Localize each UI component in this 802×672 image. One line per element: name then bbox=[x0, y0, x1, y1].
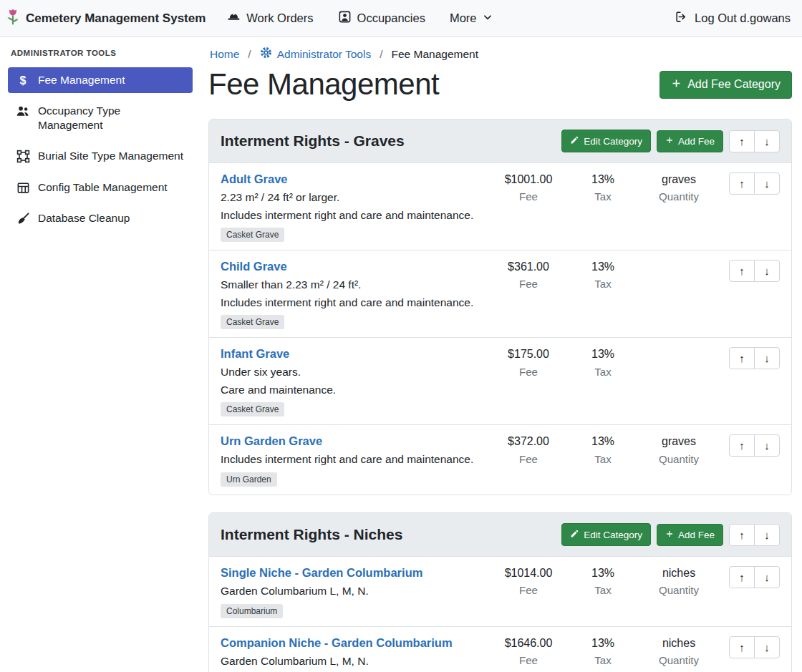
fee-quantity: graves bbox=[639, 172, 719, 186]
fee-name-link[interactable]: Adult Grave bbox=[221, 172, 288, 186]
move-fee-down-button[interactable]: ↓ bbox=[754, 260, 780, 282]
fee-row: Single Niche - Garden Columbarium Garden… bbox=[209, 557, 791, 626]
plus-icon bbox=[665, 136, 674, 147]
fee-type-badge: Casket Grave bbox=[221, 228, 284, 242]
move-fee-down-button[interactable]: ↓ bbox=[754, 636, 780, 658]
fee-amount-label: Fee bbox=[490, 454, 567, 466]
fee-quantity-column: graves Quantity bbox=[639, 172, 719, 203]
move-category-up-button[interactable]: ↑ bbox=[729, 130, 755, 152]
category-card-graves: Interment Rights - Graves Edit Category … bbox=[208, 119, 792, 495]
logout-label: Log Out d.gowans bbox=[695, 11, 791, 25]
breadcrumb-home-link[interactable]: Home bbox=[210, 48, 239, 61]
add-fee-button[interactable]: Add Fee bbox=[657, 524, 723, 546]
sidebar-item-label: Database Cleanup bbox=[38, 211, 130, 225]
nav-work-orders-label: Work Orders bbox=[246, 11, 313, 25]
fee-name-link[interactable]: Child Grave bbox=[221, 260, 287, 273]
nav-work-orders[interactable]: Work Orders bbox=[227, 10, 313, 26]
fee-tax-label: Tax bbox=[567, 191, 639, 203]
add-fee-category-button[interactable]: Add Fee Category bbox=[660, 71, 792, 99]
fee-reorder-group: ↑ ↓ bbox=[729, 566, 780, 588]
fee-tax-column: 13% Tax bbox=[567, 434, 639, 465]
sidebar-item-burial-site-type-management[interactable]: Burial Site Type Management bbox=[8, 143, 193, 169]
move-fee-up-button[interactable]: ↑ bbox=[729, 434, 755, 457]
breadcrumb-separator: / bbox=[248, 48, 251, 61]
nav-occupancies-label: Occupancies bbox=[357, 11, 425, 25]
fee-details: Companion Niche - Garden Columbarium Gar… bbox=[221, 636, 490, 672]
nav-occupancies[interactable]: Occupancies bbox=[338, 10, 425, 26]
fee-amount-column: $361.00 Fee bbox=[490, 260, 567, 291]
fee-amount-label: Fee bbox=[490, 585, 567, 597]
fee-description: Care and maintenance. bbox=[221, 384, 483, 397]
edit-category-button[interactable]: Edit Category bbox=[561, 130, 651, 152]
fee-tax-column: 13% Tax bbox=[567, 566, 639, 597]
fee-tax-column: 13% Tax bbox=[567, 260, 639, 291]
sidebar-heading: ADMINISTRATOR TOOLS bbox=[11, 49, 190, 57]
fee-description: Includes interment right and care and ma… bbox=[221, 209, 483, 223]
fee-reorder-group: ↑ ↓ bbox=[729, 347, 780, 369]
fee-quantity-label: Quantity bbox=[639, 191, 719, 203]
edit-category-button[interactable]: Edit Category bbox=[561, 523, 651, 546]
fee-tax-label: Tax bbox=[567, 454, 639, 466]
fee-tax-label: Tax bbox=[567, 585, 639, 597]
move-category-up-button[interactable]: ↑ bbox=[729, 524, 755, 546]
move-fee-down-button[interactable]: ↓ bbox=[754, 347, 780, 369]
fee-quantity-label: Quantity bbox=[639, 454, 719, 466]
move-fee-down-button[interactable]: ↓ bbox=[754, 172, 780, 195]
fee-description: Includes interment right and care and ma… bbox=[221, 296, 483, 310]
fee-quantity: graves bbox=[639, 434, 719, 448]
move-fee-up-button[interactable]: ↑ bbox=[729, 172, 755, 195]
fee-type-badge: Casket Grave bbox=[221, 402, 284, 417]
move-fee-up-button[interactable]: ↑ bbox=[729, 260, 755, 282]
move-fee-up-button[interactable]: ↑ bbox=[729, 347, 755, 369]
fee-quantity: niches bbox=[639, 636, 719, 650]
breadcrumb-admin-tools-link[interactable]: Administrator Tools bbox=[260, 47, 372, 62]
broom-icon bbox=[15, 212, 31, 225]
fee-description: Under six years. bbox=[221, 366, 483, 379]
breadcrumb: Home / Administrator Tools / Fee Managem… bbox=[208, 47, 792, 62]
fee-name-link[interactable]: Single Niche - Garden Columbarium bbox=[221, 566, 422, 580]
fee-type-badge: Urn Garden bbox=[221, 472, 277, 487]
brand[interactable]: Cemetery Management System bbox=[6, 8, 206, 29]
sidebar-item-database-cleanup[interactable]: Database Cleanup bbox=[8, 205, 193, 231]
fee-amount-column: $1646.00 Fee bbox=[490, 636, 567, 667]
pencil-icon bbox=[570, 529, 579, 540]
add-fee-button[interactable]: Add Fee bbox=[657, 130, 723, 152]
fee-tax-column: 13% Tax bbox=[567, 636, 639, 667]
fee-row: Infant Grave Under six years. Care and m… bbox=[209, 337, 791, 424]
move-category-down-button[interactable]: ↓ bbox=[754, 524, 780, 546]
move-category-down-button[interactable]: ↓ bbox=[754, 130, 780, 152]
category-actions: Edit Category Add Fee ↑ ↓ bbox=[561, 523, 780, 546]
add-fee-label: Add Fee bbox=[678, 530, 715, 540]
logout-link[interactable]: Log Out d.gowans bbox=[675, 10, 791, 26]
move-fee-up-button[interactable]: ↑ bbox=[729, 566, 755, 588]
fee-type-badge: Casket Grave bbox=[221, 315, 284, 329]
nav-more[interactable]: More bbox=[450, 11, 493, 25]
fee-quantity-column: graves Quantity bbox=[639, 434, 719, 465]
fee-tax: 13% bbox=[567, 566, 639, 580]
fee-amount: $1014.00 bbox=[490, 566, 567, 580]
sidebar-item-occupancy-type-management[interactable]: Occupancy Type Management bbox=[8, 98, 193, 138]
sidebar-item-fee-management[interactable]: $ Fee Management bbox=[8, 67, 193, 93]
gear-icon bbox=[260, 47, 272, 62]
move-fee-up-button[interactable]: ↑ bbox=[729, 636, 755, 658]
breadcrumb-separator: / bbox=[380, 48, 382, 61]
fee-description: Smaller than 2.23 m² / 24 ft². bbox=[221, 278, 483, 292]
fee-details: Urn Garden Grave Includes interment righ… bbox=[221, 434, 490, 487]
fee-quantity-label: Quantity bbox=[639, 585, 719, 597]
sidebar-item-config-table-management[interactable]: Config Table Management bbox=[8, 175, 193, 200]
fee-name-link[interactable]: Urn Garden Grave bbox=[221, 434, 322, 448]
fee-quantity-column bbox=[639, 260, 719, 265]
move-fee-down-button[interactable]: ↓ bbox=[754, 566, 780, 588]
fee-reorder-group: ↑ ↓ bbox=[729, 434, 780, 457]
category-title: Interment Rights - Graves bbox=[221, 132, 405, 150]
move-fee-down-button[interactable]: ↓ bbox=[754, 434, 780, 457]
fee-name-link[interactable]: Companion Niche - Garden Columbarium bbox=[221, 636, 453, 650]
fee-amount-label: Fee bbox=[490, 655, 567, 667]
category-reorder-group: ↑ ↓ bbox=[729, 524, 780, 546]
fee-row: Adult Grave 2.23 m² / 24 ft² or larger. … bbox=[209, 163, 791, 250]
fee-details: Infant Grave Under six years. Care and m… bbox=[221, 347, 490, 417]
fee-name-link[interactable]: Infant Grave bbox=[221, 347, 289, 361]
fee-details: Child Grave Smaller than 2.23 m² / 24 ft… bbox=[221, 260, 490, 329]
table-icon bbox=[15, 181, 31, 195]
category-reorder-group: ↑ ↓ bbox=[729, 130, 780, 152]
